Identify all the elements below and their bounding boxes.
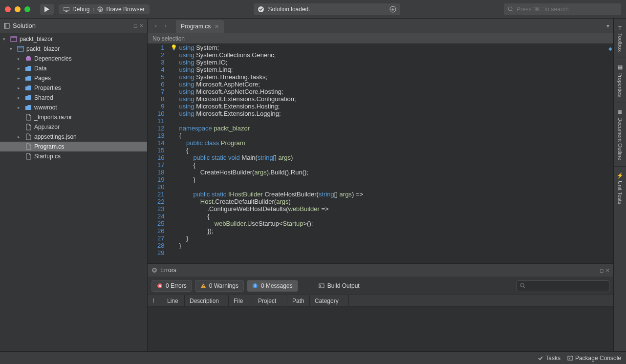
errors-close-button[interactable]: ✕: [605, 268, 609, 273]
minimize-window-button[interactable]: [15, 6, 21, 12]
errors-dock-button[interactable]: ◻: [600, 268, 604, 273]
global-search[interactable]: [504, 3, 621, 15]
errors-column-header[interactable]: !: [148, 295, 162, 306]
package-console-button[interactable]: Package Console: [567, 355, 621, 362]
errors-column-header[interactable]: Category: [310, 295, 349, 306]
rail-document-outline[interactable]: ≣Document Outline: [616, 105, 624, 164]
folder-icon: [24, 85, 32, 91]
run-config-selector[interactable]: Debug › Brave Browser: [59, 4, 150, 14]
rail-label: Document Outline: [617, 117, 623, 160]
tree-item-label: Pages: [34, 75, 51, 82]
tab-close-button[interactable]: ✕: [215, 23, 219, 30]
solution-tree[interactable]: ▾packt_blazor▾packt_blazor▸Dependencies▸…: [0, 33, 147, 351]
chevron-icon[interactable]: ▾: [3, 37, 8, 42]
errors-list[interactable]: [148, 307, 613, 351]
tree-item-packt-blazor[interactable]: ▾packt_blazor: [0, 44, 147, 54]
file-icon: [24, 124, 32, 130]
chevron-icon[interactable]: ▸: [18, 105, 22, 110]
errors-column-header[interactable]: Project: [253, 295, 287, 306]
check-icon: [538, 355, 543, 361]
tree-item-program-cs[interactable]: Program.cs: [0, 142, 147, 151]
chevron-icon[interactable]: ▾: [10, 46, 15, 51]
svg-rect-16: [203, 287, 203, 287]
file-icon: [24, 133, 32, 140]
solution-icon: [10, 36, 18, 43]
folder-icon: [24, 94, 32, 101]
nav-back-button[interactable]: ‹: [151, 21, 160, 30]
run-button[interactable]: [40, 4, 54, 15]
titlebar: Debug › Brave Browser Solution loaded.: [0, 0, 626, 19]
rail-unit-tests[interactable]: ⚡Unit Tests: [616, 169, 625, 208]
errors-search[interactable]: [517, 280, 609, 291]
deps-icon: [24, 55, 32, 62]
code-editor[interactable]: 1234567891011121314151617181920212223242…: [148, 44, 613, 263]
file-icon: [24, 114, 32, 121]
errors-panel-icon: [151, 267, 157, 273]
rail-properties[interactable]: ▦Properties: [616, 60, 624, 101]
errors-panel: Errors ◻ ✕ 0 Errors: [148, 263, 613, 351]
solution-panel-header: Solution ◻ ✕: [0, 19, 147, 33]
warning-icon: [200, 283, 206, 289]
chevron-icon[interactable]: ▸: [18, 66, 22, 71]
svg-rect-12: [27, 56, 30, 58]
tree-item-packt-blazor[interactable]: ▾packt_blazor: [0, 34, 147, 44]
chevron-icon[interactable]: ▸: [18, 56, 22, 61]
errors-filter-button[interactable]: 0 Errors: [151, 280, 192, 292]
errors-column-header[interactable]: Description: [185, 295, 229, 306]
nav-forward-button[interactable]: ›: [161, 21, 170, 30]
rail-icon: ▦: [618, 64, 623, 70]
hint-gutter: 💡: [169, 44, 179, 263]
editor-tab-program[interactable]: Program.cs ✕: [176, 20, 224, 33]
svg-rect-22: [568, 356, 573, 360]
tree-item-shared[interactable]: ▸Shared: [0, 93, 147, 103]
errors-columns: !LineDescriptionFileProjectPathCategory: [148, 295, 613, 307]
right-tool-rail: TToolbox▦Properties≣Document Outline⚡Uni…: [613, 19, 626, 351]
tree-item-properties[interactable]: ▸Properties: [0, 83, 147, 93]
tree-item-wwwroot[interactable]: ▸wwwroot: [0, 103, 147, 112]
tab-overflow-button[interactable]: ▾: [606, 22, 609, 29]
rail-icon: ⚡: [617, 172, 624, 179]
tree-item-app-razor[interactable]: App.razor: [0, 122, 147, 132]
errors-column-header[interactable]: File: [229, 295, 253, 306]
tree-item-label: Dependencies: [34, 55, 72, 62]
chevron-icon[interactable]: ▸: [18, 76, 22, 81]
tab-label: Program.cs: [181, 23, 211, 30]
build-output-button[interactable]: Build Output: [314, 280, 365, 291]
maximize-window-button[interactable]: [24, 6, 30, 12]
code-content[interactable]: using System;using System.Collections.Ge…: [179, 44, 613, 263]
panel-dock-button[interactable]: ◻: [133, 23, 137, 28]
lightbulb-icon[interactable]: 💡: [171, 44, 177, 51]
errors-panel-title: Errors: [160, 267, 176, 274]
status-indicator[interactable]: Solution loaded.: [254, 3, 400, 15]
errors-column-header[interactable]: Line: [162, 295, 185, 306]
line-gutter: 1234567891011121314151617181920212223242…: [148, 44, 169, 263]
folder-icon: [24, 104, 32, 111]
messages-filter-button[interactable]: 0 Messages: [247, 280, 298, 292]
svg-point-21: [520, 283, 524, 287]
chevron-icon[interactable]: ▸: [18, 95, 22, 100]
tree-item--imports-razor[interactable]: _Imports.razor: [0, 112, 147, 122]
console-icon: [567, 355, 573, 361]
tasks-button[interactable]: Tasks: [538, 355, 561, 362]
chevron-icon[interactable]: ▸: [18, 134, 22, 139]
rail-label: Properties: [617, 72, 623, 97]
build-output-icon: [319, 283, 324, 289]
chevron-icon[interactable]: ▸: [18, 86, 22, 90]
rail-icon: ≣: [618, 109, 622, 115]
warnings-filter-button[interactable]: 0 Warnings: [195, 280, 244, 292]
editor-breadcrumb[interactable]: No selection: [148, 33, 613, 44]
tree-item-label: appsettings.json: [34, 133, 77, 140]
rail-toolbox[interactable]: TToolbox: [616, 21, 624, 56]
tree-item-dependencies[interactable]: ▸Dependencies: [0, 54, 147, 64]
tree-item-label: Program.cs: [34, 143, 64, 150]
tree-item-startup-cs[interactable]: Startup.cs: [0, 151, 147, 161]
svg-rect-7: [4, 23, 6, 28]
search-input[interactable]: [517, 6, 617, 13]
tree-item-pages[interactable]: ▸Pages: [0, 73, 147, 83]
plus-icon[interactable]: [389, 6, 396, 13]
close-window-button[interactable]: [5, 6, 11, 12]
panel-close-button[interactable]: ✕: [139, 23, 143, 28]
tree-item-appsettings-json[interactable]: ▸appsettings.json: [0, 132, 147, 142]
tree-item-data[interactable]: ▸Data: [0, 64, 147, 73]
errors-column-header[interactable]: Path: [287, 295, 310, 306]
